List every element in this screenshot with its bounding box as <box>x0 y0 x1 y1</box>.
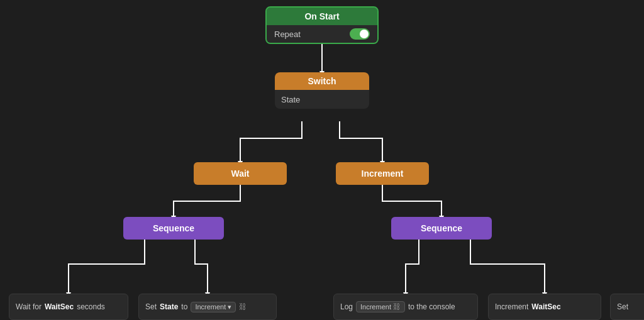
wait-label: Wait <box>231 168 249 179</box>
action-node-2[interactable]: Set State to Increment ▾ ⛓ <box>138 294 277 320</box>
action-node-4[interactable]: Increment WaitSec <box>488 294 601 320</box>
increment-node[interactable]: Increment <box>336 162 429 185</box>
sequence-right-node[interactable]: Sequence <box>391 217 492 240</box>
connections-svg <box>0 0 644 320</box>
a2-bold: State <box>160 302 178 311</box>
a2-value-chip[interactable]: Increment ▾ <box>191 302 236 312</box>
action-node-5[interactable]: Set <box>610 294 644 320</box>
wait-node[interactable]: Wait <box>194 162 287 185</box>
a1-suffix: seconds <box>77 302 105 311</box>
switch-title: Switch <box>275 72 369 90</box>
a2-chevron-icon: ▾ <box>228 303 231 311</box>
a3-suffix: to the console <box>408 302 455 311</box>
a1-bold: WaitSec <box>45 302 74 311</box>
a2-value: Increment <box>195 303 226 311</box>
onstart-node[interactable]: On Start Repeat <box>265 6 379 44</box>
a2-mid: to <box>181 302 187 311</box>
a3-prefix: Log <box>340 302 353 311</box>
a3-link-icon: ⛓ <box>393 302 401 311</box>
action-node-3[interactable]: Log Increment ⛓ to the console <box>333 294 478 320</box>
seq-left-label: Sequence <box>153 223 194 233</box>
onstart-title: On Start <box>267 8 377 25</box>
repeat-toggle[interactable] <box>350 28 370 40</box>
a3-value: Increment <box>360 303 391 311</box>
sequence-left-node[interactable]: Sequence <box>123 217 224 240</box>
a5-prefix: Set <box>617 302 628 311</box>
switch-state-label: State <box>281 95 300 104</box>
increment-label: Increment <box>362 168 404 179</box>
a4-bold: WaitSec <box>531 302 560 311</box>
a2-link-icon[interactable]: ⛓ <box>239 302 247 311</box>
flow-canvas: On Start Repeat Switch State Wait Increm… <box>0 0 644 320</box>
a1-prefix: Wait for <box>16 302 42 311</box>
action-node-1[interactable]: Wait for WaitSec seconds <box>9 294 128 320</box>
switch-node[interactable]: Switch State <box>275 72 369 109</box>
seq-right-label: Sequence <box>421 223 462 233</box>
repeat-label: Repeat <box>274 30 301 39</box>
a3-value-chip: Increment ⛓ <box>356 301 405 312</box>
a2-prefix: Set <box>145 302 157 311</box>
a4-prefix: Increment <box>495 302 528 311</box>
